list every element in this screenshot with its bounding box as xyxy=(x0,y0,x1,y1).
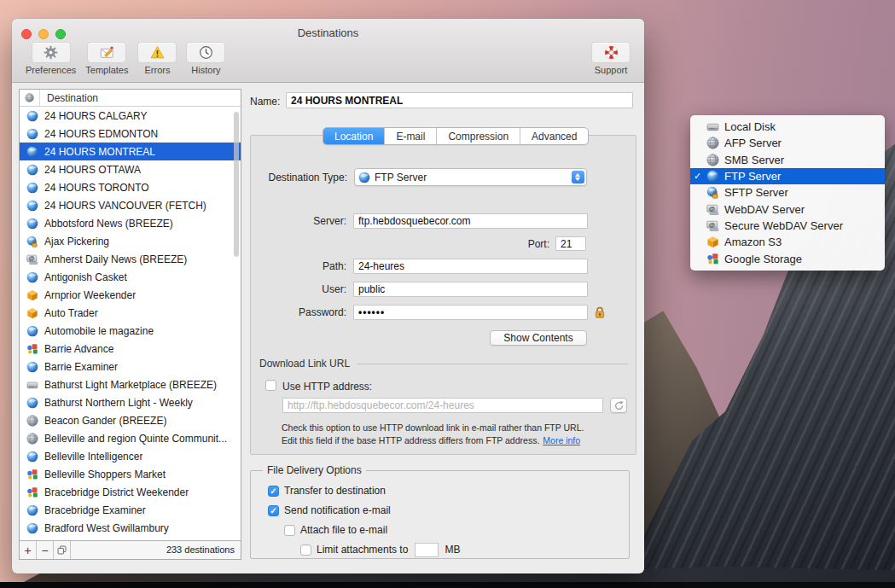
use-http-address-checkbox[interactable] xyxy=(265,380,276,391)
menu-item-secure-webdav-server[interactable]: @Secure WebDAV Server xyxy=(690,218,885,234)
show-contents-button[interactable]: Show Contents xyxy=(490,330,587,346)
list-item-24-hours-ottawa[interactable]: 24 HOURS OTTAWA xyxy=(20,160,241,178)
list-header[interactable]: Destination xyxy=(20,90,241,107)
menu-item-smb-server[interactable]: SMB Server xyxy=(690,152,885,168)
menu-item-webdav-server[interactable]: @WebDAV Server xyxy=(690,201,885,217)
port-input[interactable] xyxy=(555,236,586,251)
tab-bar: LocationE-mailCompressionAdvanced xyxy=(323,127,589,145)
ftp-globe-icon xyxy=(358,172,370,183)
template-icon xyxy=(100,45,114,60)
menu-item-ftp-server[interactable]: ✓FTP Server xyxy=(690,168,885,184)
menu-item-local-disk[interactable]: Local Disk xyxy=(690,119,885,135)
list-item-antigonish-casket[interactable]: Antigonish Casket xyxy=(20,268,241,286)
destination-name: 24 HOURS VANCOUVER (FETCH) xyxy=(44,200,206,212)
more-info-link[interactable]: More info xyxy=(543,435,580,445)
password-input[interactable] xyxy=(353,305,588,320)
globe-icon xyxy=(26,271,38,283)
toolbar-support-button[interactable] xyxy=(591,42,631,63)
list-item-belleville-shoppers-market[interactable]: Belleville Shoppers Market xyxy=(20,465,241,483)
list-item-24-hours-montreal[interactable]: 24 HOURS MONTREAL xyxy=(20,143,241,160)
s3-icon xyxy=(26,289,38,301)
path-input[interactable] xyxy=(353,259,588,274)
wallpaper-bottom-edge xyxy=(0,582,895,588)
destination-column-header[interactable]: Destination xyxy=(40,92,98,104)
list-item-ajax-pickering[interactable]: Ajax Pickering xyxy=(20,232,241,250)
tab-compression[interactable]: Compression xyxy=(436,128,520,144)
list-item-belleville-and-region-quinte-communit[interactable]: Belleville and region Quinte Communit... xyxy=(20,429,241,447)
globe-icon xyxy=(26,451,38,463)
toolbar-preferences-button[interactable] xyxy=(32,42,71,63)
delivery-option-limit-attachments-to: Limit attachments toMB xyxy=(300,542,622,557)
menu-item-amazon-s3[interactable]: Amazon S3 xyxy=(690,234,885,250)
destination-name: Arnprior Weekender xyxy=(44,289,136,301)
list-item-bradford-west-gwillambury[interactable]: Bradford West Gwillambury xyxy=(20,519,241,537)
list-item-barrie-advance[interactable]: Barrie Advance xyxy=(20,340,241,358)
list-item-auto-trader[interactable]: Auto Trader xyxy=(20,304,241,322)
header-icon-cell[interactable] xyxy=(20,90,40,106)
destination-name: Ajax Pickering xyxy=(44,236,109,247)
svg-text:@: @ xyxy=(709,221,715,229)
name-input[interactable] xyxy=(286,92,633,108)
titlebar[interactable]: Destinations PreferencesTemplatesErrorsH… xyxy=(12,19,644,83)
globe-icon xyxy=(26,182,38,194)
s3-icon xyxy=(26,307,38,319)
checkbox-send-notification-e-mail[interactable]: ✓ xyxy=(268,505,279,516)
checkbox-transfer-to-destination[interactable]: ✓ xyxy=(268,486,279,497)
checkbox-attach-file-to-e-mail[interactable] xyxy=(284,525,295,536)
toolbar-item-history[interactable]: History xyxy=(186,42,225,79)
duplicate-icon xyxy=(56,544,67,556)
duplicate-destination-button[interactable] xyxy=(54,541,71,559)
sidebar-scrollbar[interactable] xyxy=(234,112,239,257)
destination-type-label: Destination Type: xyxy=(251,172,347,183)
list-item-bracebridge-examiner[interactable]: Bracebridge Examiner xyxy=(20,501,241,519)
limit-mb-input[interactable] xyxy=(415,543,439,557)
server-input[interactable] xyxy=(353,213,588,229)
checkbox-limit-attachments-to[interactable] xyxy=(300,544,311,556)
toolbar-history-button[interactable] xyxy=(186,42,225,63)
destination-count: 233 destinations xyxy=(71,541,241,559)
destination-name: 24 HOURS EDMONTON xyxy=(44,128,158,140)
list-item-abbotsford-news-breeze[interactable]: Abbotsford News (BREEZE) xyxy=(20,214,241,232)
destination-type-popup[interactable]: FTP Server xyxy=(354,168,587,186)
globe-column-icon xyxy=(25,93,34,102)
globe-icon xyxy=(706,170,719,183)
list-item-amherst-daily-news-breeze[interactable]: @Amherst Daily News (BREEZE) xyxy=(20,250,241,268)
google-icon xyxy=(26,343,38,355)
reset-url-button[interactable] xyxy=(610,398,627,413)
list-item-24-hours-vancouver-fetch[interactable]: 24 HOURS VANCOUVER (FETCH) xyxy=(20,196,241,214)
list-item-barrie-examiner[interactable]: Barrie Examiner xyxy=(20,358,241,376)
destination-type-value: FTP Server xyxy=(375,172,427,183)
list-item-belleville-intelligencer[interactable]: Belleville Intelligencer xyxy=(20,447,241,465)
list-item-24-hours-edmonton[interactable]: 24 HOURS EDMONTON xyxy=(20,125,241,143)
destination-name: Abbotsford News (BREEZE) xyxy=(44,218,173,230)
http-help-line2: Edit this field if the base HTTP address… xyxy=(282,435,539,445)
toolbar-errors-button[interactable] xyxy=(137,42,177,63)
globe-icon xyxy=(26,504,38,516)
toolbar-item-support[interactable]: Support xyxy=(591,42,631,79)
list-item-24-hours-toronto[interactable]: 24 HOURS TORONTO xyxy=(20,178,241,196)
list-item-automobile-le-magazine[interactable]: Automobile le magazine xyxy=(20,322,241,340)
list-item-beacon-gander-breeze[interactable]: Beacon Gander (BREEZE) xyxy=(20,411,241,429)
add-destination-button[interactable]: + xyxy=(20,541,37,559)
menu-item-google-storage[interactable]: Google Storage xyxy=(690,250,885,266)
list-item-bathurst-northern-light-weekly[interactable]: Bathurst Northern Light - Weekly xyxy=(20,393,241,411)
http-url-input[interactable] xyxy=(282,398,603,413)
menu-item-sftp-server[interactable]: SFTP Server xyxy=(690,184,885,201)
menu-item-label: SFTP Server xyxy=(724,186,788,199)
list-item-bathurst-light-marketplace-breeze[interactable]: Bathurst Light Marketplace (BREEZE) xyxy=(20,376,241,393)
menu-item-afp-server[interactable]: AFP Server xyxy=(690,135,885,151)
toolbar-item-templates[interactable]: Templates xyxy=(85,42,128,79)
toolbar-templates-button[interactable] xyxy=(87,42,126,63)
list-item-bracebridge-district-weekender[interactable]: Bracebridge District Weekender xyxy=(20,483,241,501)
toolbar-item-preferences[interactable]: Preferences xyxy=(26,42,76,79)
tab-advanced[interactable]: Advanced xyxy=(520,128,588,144)
tab-e-mail[interactable]: E-mail xyxy=(384,128,436,144)
tab-location[interactable]: Location xyxy=(323,128,384,144)
user-input[interactable] xyxy=(353,282,588,297)
toolbar-item-errors[interactable]: Errors xyxy=(137,42,177,79)
globe-lock-icon xyxy=(26,236,38,247)
destination-name: Belleville Intelligencer xyxy=(44,451,142,463)
remove-destination-button[interactable]: − xyxy=(37,541,54,559)
list-item-24-hours-calgary[interactable]: 24 HOURS CALGARY xyxy=(20,107,241,125)
list-item-arnprior-weekender[interactable]: Arnprior Weekender xyxy=(20,286,241,304)
